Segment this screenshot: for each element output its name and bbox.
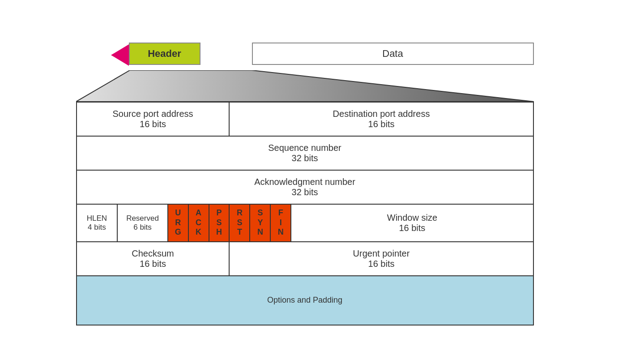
reserved-cell: Reserved 6 bits (117, 204, 167, 242)
row-source-dest: Source port address 16 bits Destination … (77, 102, 533, 136)
options-padding-cell: Options and Padding (77, 276, 533, 325)
left-arrow-icon (111, 44, 129, 66)
data-box: Data (252, 43, 534, 65)
header-box: Header (129, 43, 200, 65)
svg-marker-0 (76, 70, 534, 102)
source-port-cell: Source port address 16 bits (77, 102, 230, 136)
row-options: Options and Padding (77, 276, 533, 325)
row-control: HLEN 4 bits Reserved 6 bits URG ACK PSH (77, 204, 533, 242)
tcp-header-table: Source port address 16 bits Destination … (76, 102, 534, 325)
urg-cell: URG (168, 204, 188, 242)
zoom-triangle (76, 70, 534, 102)
psh-cell: PSH (209, 204, 230, 242)
checksum-cell: Checksum 16 bits (77, 242, 230, 276)
dest-port-cell: Destination port address 16 bits (229, 102, 533, 136)
fin-cell: FIN (270, 204, 291, 242)
acknowledgment-cell: Acknowledgment number 32 bits (77, 170, 533, 204)
sequence-number-cell: Sequence number 32 bits (77, 136, 533, 170)
row-acknowledgment: Acknowledgment number 32 bits (77, 170, 533, 204)
row-sequence: Sequence number 32 bits (77, 136, 533, 170)
hlen-cell: HLEN 4 bits (77, 204, 118, 242)
rst-cell: RST (229, 204, 250, 242)
ack-cell: ACK (188, 204, 209, 242)
window-size-cell: Window size 16 bits (291, 204, 533, 242)
urgent-pointer-cell: Urgent pointer 16 bits (229, 242, 533, 276)
row-checksum-urgent: Checksum 16 bits Urgent pointer 16 bits (77, 242, 533, 276)
syn-cell: SYN (250, 204, 270, 242)
tcp-header-diagram: Header Data (76, 39, 568, 325)
